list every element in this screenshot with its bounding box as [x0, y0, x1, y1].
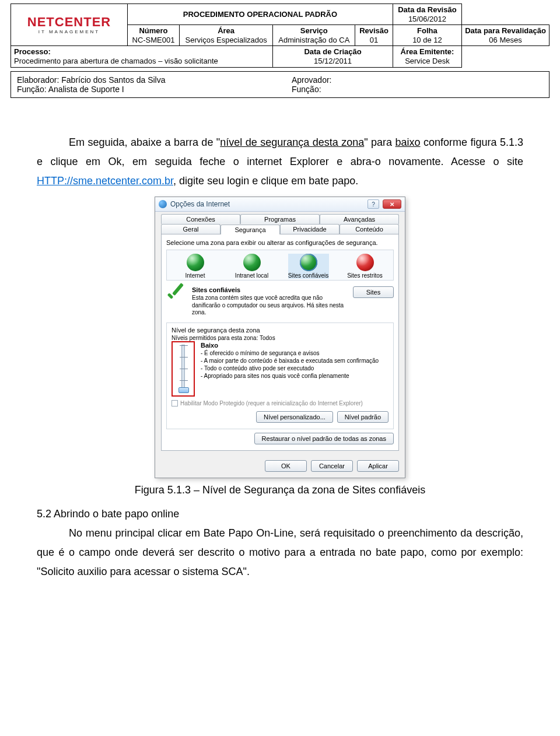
area-value: Serviços Especializados [186, 36, 267, 44]
rev-date-value: 15/06/2012 [408, 15, 446, 23]
underline-nivel: nível de segurança desta zona [220, 136, 364, 148]
service-value: Administração do CA [278, 36, 349, 44]
tab-privacy[interactable]: Privacidade [280, 224, 340, 234]
paragraph-1: Em seguida, abaixe a barra de "nível de … [37, 133, 523, 191]
rev-date: Data da Revisão 15/06/2012 [393, 4, 461, 25]
security-slider[interactable] [181, 345, 185, 391]
number-value: NC-SME001 [132, 36, 175, 44]
elaborator-label: Elaborador: [17, 75, 59, 85]
page-label: Folha [417, 26, 438, 35]
logo: NETCENTER IT MANAGEMENT [27, 15, 111, 34]
approver-func-label: Função: [292, 85, 321, 94]
tabs-row-bottom: Geral Segurança Privacidade Conteúdo [155, 224, 405, 234]
security-slider-highlight [172, 341, 195, 397]
zone-row: Internet Intranet local Sites confiáveis… [166, 250, 394, 281]
level-text: Baixo - É oferecido o mínimo de seguranç… [201, 341, 388, 397]
reval-label: Data para Revalidação [465, 26, 546, 35]
restrict-icon [356, 254, 374, 271]
service-cell: Serviço Administração do CA [273, 25, 355, 46]
service-label: Serviço [300, 26, 328, 35]
elaborator-value: Fabrício dos Santos da Silva [61, 75, 165, 85]
created-value: 15/12/2011 [314, 57, 352, 65]
zone-intranet[interactable]: Intranet local [232, 254, 272, 279]
check-globe-icon [300, 254, 317, 271]
trusted-text: Sites confiáveis Esta zona contém sites … [192, 286, 348, 316]
level-title: Nível de segurança desta zona [172, 327, 388, 334]
info-block: Elaborador: Fabrício dos Santos da Silva… [10, 71, 550, 98]
emit-value: Service Desk [405, 57, 450, 65]
slider-thumb[interactable] [178, 387, 189, 393]
ok-button[interactable]: OK [265, 460, 307, 472]
zone-trusted[interactable]: Sites confiáveis [288, 254, 329, 279]
area-label: Área [218, 26, 235, 35]
custom-level-button[interactable]: Nível personalizado... [256, 411, 333, 423]
function-value: Analista de Suporte I [48, 85, 124, 94]
sites-button[interactable]: Sites [353, 286, 394, 298]
globe-icon [243, 254, 261, 271]
zone-label: Internet [175, 272, 216, 279]
revision-value: 01 [370, 36, 378, 44]
trusted-body: Esta zona contém sites que você acredita… [192, 295, 348, 317]
protected-mode-row: Habilitar Modo Protegido (requer a reini… [172, 400, 388, 406]
area-cell: Área Serviços Especializados [180, 25, 273, 46]
rev-date-label: Data da Revisão [398, 5, 456, 14]
paragraph-2: No menu principal clicar em Bate Papo On… [37, 524, 523, 582]
figure-wrap: Opções da Internet ? ✕ Conexões Programa… [10, 197, 550, 478]
approver-label: Aprovador: [292, 75, 331, 85]
dialog-footer: OK Cancelar Aplicar [155, 455, 405, 478]
cancel-button[interactable]: Cancelar [311, 460, 353, 472]
logo-cell: NETCENTER IT MANAGEMENT [11, 4, 128, 46]
function-label: Função: [17, 85, 47, 94]
protected-mode-checkbox[interactable] [172, 400, 178, 406]
protected-mode-label: Habilitar Modo Protegido (requer a reini… [180, 400, 363, 406]
page-value: 10 de 12 [412, 36, 442, 44]
link-sme[interactable]: HTTP://sme.netcenter.com.br [37, 175, 173, 187]
trusted-block: Sites confiáveis Esta zona contém sites … [166, 286, 394, 316]
number-cell: Número NC-SME001 [128, 25, 180, 46]
revision-label: Revisão [359, 26, 388, 35]
document-header-table: NETCENTER IT MANAGEMENT PROCEDIMENTO OPE… [10, 3, 550, 68]
level-line: - É oferecido o mínimo de segurança e av… [201, 349, 388, 357]
emit-label: Área Emitente: [401, 47, 454, 56]
logo-main: NETCENTER [27, 15, 111, 30]
zone-label: Sites confiáveis [288, 272, 329, 279]
created-label: Data de Criação [304, 47, 361, 56]
zone-internet[interactable]: Internet [175, 254, 216, 279]
tab-security[interactable]: Segurança [220, 225, 280, 234]
revision-cell: Revisão 01 [355, 25, 393, 46]
level-line: - Apropriado para sites nos quais você c… [201, 372, 388, 380]
close-button[interactable]: ✕ [383, 199, 401, 209]
tab-programs[interactable]: Programas [240, 214, 320, 224]
help-button[interactable]: ? [368, 199, 379, 209]
restore-defaults-button[interactable]: Restaurar o nível padrão de todas as zon… [254, 433, 394, 444]
level-name: Baixo [201, 341, 388, 349]
apply-button[interactable]: Aplicar [357, 460, 399, 472]
tab-content[interactable]: Conteúdo [340, 224, 399, 234]
default-level-button[interactable]: Nível padrão [337, 411, 388, 423]
tab-general[interactable]: Geral [161, 224, 220, 234]
underline-baixo: baixo [396, 136, 421, 148]
process-label: Processo: [14, 47, 51, 56]
zone-label: Sites restritos [345, 272, 386, 279]
level-group: Nível de segurança desta zona Níveis per… [166, 323, 394, 429]
globe-icon [187, 254, 204, 271]
select-zone-text: Selecione uma zona para exibir ou altera… [166, 239, 394, 246]
level-line: - Todo o conteúdo ativo pode ser executa… [201, 365, 388, 372]
dialog-titlebar[interactable]: Opções da Internet ? ✕ [155, 197, 405, 212]
dialog-title: Opções da Internet [170, 200, 364, 208]
zone-restricted[interactable]: Sites restritos [345, 254, 386, 279]
number-label: Número [139, 26, 167, 35]
globe-icon [159, 200, 167, 208]
approver-col: Aprovador: Função: [292, 75, 543, 94]
process-value: Procedimento para abertura de chamados –… [14, 57, 218, 65]
allowed-levels: Níveis permitidos para esta zona: Todos [172, 335, 388, 341]
level-line: - A maior parte do conteúdo é baixada e … [201, 357, 388, 365]
logo-sub: IT MANAGEMENT [27, 29, 111, 35]
checkmark-icon [166, 286, 187, 307]
doc-title: PROCEDIMENTO OPERACIONAL PADRÃO [128, 4, 393, 25]
tab-connections[interactable]: Conexões [161, 214, 240, 224]
internet-options-dialog: Opções da Internet ? ✕ Conexões Programa… [155, 197, 405, 478]
tab-advanced[interactable]: Avançadas [320, 214, 399, 224]
page-cell: Folha 10 de 12 [393, 25, 461, 46]
security-panel: Selecione uma zona para exibir ou altera… [161, 234, 399, 450]
